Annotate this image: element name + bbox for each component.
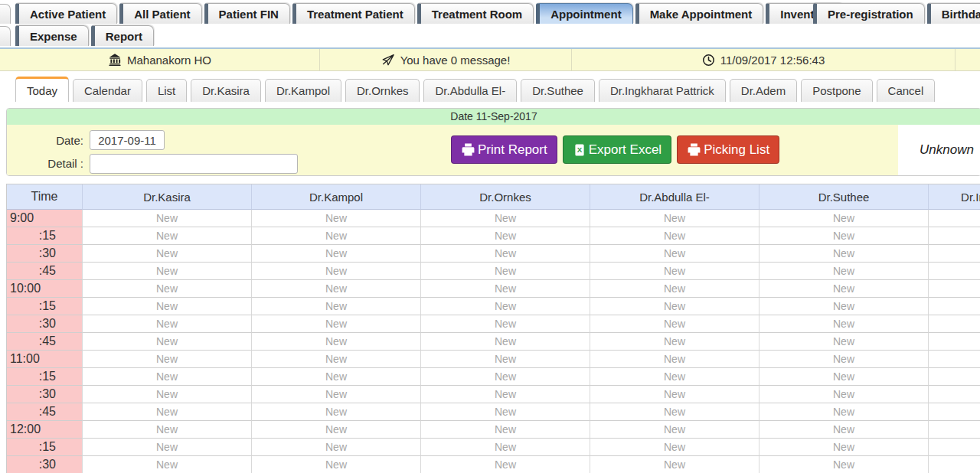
appointment-slot-new-dr-ingkharat-pattrick[interactable]: New: [929, 245, 980, 263]
appointment-slot-new-dr-suthee[interactable]: New: [760, 263, 929, 280]
sub-tab-dr-ornkes[interactable]: Dr.Ornkes: [345, 79, 420, 102]
appointment-slot-new-dr-suthee[interactable]: New: [760, 280, 929, 298]
sub-tab-dr-adem[interactable]: Dr.Adem: [730, 79, 797, 102]
appointment-slot-new-dr-kasira[interactable]: New: [83, 298, 252, 315]
appointment-slot-new-dr-suthee[interactable]: New: [760, 403, 929, 421]
appointment-slot-new-dr-kasira[interactable]: New: [83, 245, 252, 263]
appointment-slot-new-dr-ornkes[interactable]: New: [421, 227, 590, 245]
appointment-slot-new-dr-kampol[interactable]: New: [252, 456, 421, 473]
sub-tab-dr-kampol[interactable]: Dr.Kampol: [265, 79, 341, 102]
appointment-slot-new-dr-ingkharat-pattrick[interactable]: New: [929, 439, 980, 456]
appointment-slot-new-dr-abdulla-el[interactable]: New: [590, 351, 760, 368]
appointment-slot-new-dr-ingkharat-pattrick[interactable]: New: [929, 333, 980, 351]
appointment-slot-new-dr-kasira[interactable]: New: [83, 403, 252, 421]
appointment-slot-new-dr-ornkes[interactable]: New: [421, 298, 590, 315]
appointment-slot-new-dr-kasira[interactable]: New: [83, 439, 252, 456]
appointment-slot-new-dr-suthee[interactable]: New: [760, 368, 929, 386]
appointment-slot-new-dr-abdulla-el[interactable]: New: [590, 315, 760, 333]
appointment-slot-new-dr-kampol[interactable]: New: [252, 227, 421, 245]
main-tab-birthday[interactable]: Birthday: [927, 3, 980, 24]
appointment-slot-new-dr-kasira[interactable]: New: [83, 263, 252, 280]
appointment-slot-new-dr-ingkharat-pattrick[interactable]: New: [929, 386, 980, 403]
appointment-slot-new-dr-suthee[interactable]: New: [760, 245, 929, 263]
print-report-button[interactable]: Print Report: [451, 135, 557, 164]
message-cell[interactable]: You have 0 message!: [320, 49, 572, 70]
appointment-slot-new-dr-kasira[interactable]: New: [83, 333, 252, 351]
main-tab-appointment[interactable]: Appointment: [536, 3, 632, 24]
appointment-slot-new-dr-abdulla-el[interactable]: New: [590, 245, 760, 263]
appointment-slot-new-dr-abdulla-el[interactable]: New: [590, 227, 760, 245]
main-tab-expense[interactable]: Expense: [15, 25, 89, 46]
appointment-slot-new-dr-ornkes[interactable]: New: [421, 280, 590, 298]
sub-tab-calendar[interactable]: Calendar: [73, 79, 142, 102]
appointment-slot-new-dr-suthee[interactable]: New: [760, 456, 929, 473]
picking-list-button[interactable]: Picking List: [677, 135, 779, 164]
appointment-slot-new-dr-suthee[interactable]: New: [760, 315, 929, 333]
appointment-slot-new-dr-abdulla-el[interactable]: New: [590, 210, 760, 227]
appointment-slot-new-dr-ingkharat-pattrick[interactable]: New: [929, 368, 980, 386]
main-tab-all-patient[interactable]: All Patient: [119, 3, 201, 24]
appointment-slot-new-dr-kasira[interactable]: New: [83, 210, 252, 227]
appointment-slot-new-dr-kasira[interactable]: New: [83, 280, 252, 298]
appointment-slot-new-dr-ornkes[interactable]: New: [421, 403, 590, 421]
appointment-slot-new-dr-abdulla-el[interactable]: New: [590, 263, 760, 280]
appointment-slot-new-dr-ingkharat-pattrick[interactable]: New: [929, 421, 980, 439]
appointment-slot-new-dr-suthee[interactable]: New: [760, 351, 929, 368]
appointment-slot-new-dr-kampol[interactable]: New: [252, 333, 421, 351]
sub-tab-dr-kasira[interactable]: Dr.Kasira: [191, 79, 261, 102]
main-tab-report[interactable]: Report: [91, 25, 154, 46]
appointment-slot-new-dr-suthee[interactable]: New: [760, 227, 929, 245]
sub-tab-dr-suthee[interactable]: Dr.Suthee: [521, 79, 595, 102]
appointment-slot-new-dr-kasira[interactable]: New: [83, 227, 252, 245]
appointment-slot-new-dr-ornkes[interactable]: New: [421, 439, 590, 456]
appointment-slot-new-dr-abdulla-el[interactable]: New: [590, 439, 760, 456]
sub-tab-dr-abdulla-el[interactable]: Dr.Abdulla El-: [423, 79, 517, 102]
appointment-slot-new-dr-ornkes[interactable]: New: [421, 456, 590, 473]
main-tab-active-patient[interactable]: Active Patient: [15, 3, 117, 24]
sub-tab-cancel[interactable]: Cancel: [877, 79, 936, 102]
appointment-slot-new-dr-kampol[interactable]: New: [252, 280, 421, 298]
appointment-slot-new-dr-ingkharat-pattrick[interactable]: New: [929, 351, 980, 368]
appointment-slot-new-dr-abdulla-el[interactable]: New: [590, 368, 760, 386]
appointment-slot-new-dr-ornkes[interactable]: New: [421, 333, 590, 351]
sub-tab-postpone[interactable]: Postpone: [801, 79, 872, 102]
appointment-slot-new-dr-kampol[interactable]: New: [252, 263, 421, 280]
appointment-slot-new-dr-ingkharat-pattrick[interactable]: New: [929, 280, 980, 298]
appointment-slot-new-dr-kasira[interactable]: New: [83, 368, 252, 386]
appointment-slot-new-dr-abdulla-el[interactable]: New: [590, 421, 760, 439]
appointment-slot-new-dr-kampol[interactable]: New: [252, 351, 421, 368]
sub-tab-list[interactable]: List: [146, 79, 187, 102]
appointment-slot-new-dr-suthee[interactable]: New: [760, 333, 929, 351]
appointment-slot-new-dr-suthee[interactable]: New: [760, 421, 929, 439]
appointment-slot-new-dr-kampol[interactable]: New: [252, 210, 421, 227]
appointment-slot-new-dr-ornkes[interactable]: New: [421, 386, 590, 403]
appointment-slot-new-dr-ornkes[interactable]: New: [421, 421, 590, 439]
appointment-slot-new-dr-ornkes[interactable]: New: [421, 315, 590, 333]
appointment-slot-new-dr-kampol[interactable]: New: [252, 439, 421, 456]
appointment-slot-new-dr-abdulla-el[interactable]: New: [590, 298, 760, 315]
appointment-slot-new-dr-ingkharat-pattrick[interactable]: New: [929, 227, 980, 245]
appointment-slot-new-dr-ingkharat-pattrick[interactable]: New: [929, 210, 980, 227]
main-tab-treatment-room[interactable]: Treatment Room: [417, 3, 534, 24]
appointment-slot-new-dr-suthee[interactable]: New: [760, 386, 929, 403]
appointment-slot-new-dr-abdulla-el[interactable]: New: [590, 456, 760, 473]
appointment-slot-new-dr-abdulla-el[interactable]: New: [590, 280, 760, 298]
appointment-slot-new-dr-ornkes[interactable]: New: [421, 263, 590, 280]
date-input[interactable]: [90, 130, 165, 150]
sub-tab-dr-ingkharat-pattrick[interactable]: Dr.Ingkharat Pattrick: [599, 79, 726, 102]
appointment-slot-new-dr-kampol[interactable]: New: [252, 386, 421, 403]
sub-tab-today[interactable]: Today: [15, 77, 69, 102]
appointment-slot-new-dr-kampol[interactable]: New: [252, 245, 421, 263]
appointment-slot-new-dr-kampol[interactable]: New: [252, 315, 421, 333]
main-tab-treatment-patient[interactable]: Treatment Patient: [292, 3, 415, 24]
main-tab-patient-fin[interactable]: Patient FIN: [204, 3, 290, 24]
appointment-slot-new-dr-ingkharat-pattrick[interactable]: New: [929, 263, 980, 280]
appointment-slot-new-dr-ornkes[interactable]: New: [421, 351, 590, 368]
export-excel-button[interactable]: X Export Excel: [563, 135, 671, 164]
appointment-slot-new-dr-ingkharat-pattrick[interactable]: New: [929, 298, 980, 315]
appointment-slot-new-dr-kampol[interactable]: New: [252, 421, 421, 439]
appointment-slot-new-dr-kasira[interactable]: New: [83, 315, 252, 333]
appointment-slot-new-dr-ornkes[interactable]: New: [421, 245, 590, 263]
appointment-slot-new-dr-kampol[interactable]: New: [252, 403, 421, 421]
appointment-slot-new-dr-abdulla-el[interactable]: New: [590, 403, 760, 421]
